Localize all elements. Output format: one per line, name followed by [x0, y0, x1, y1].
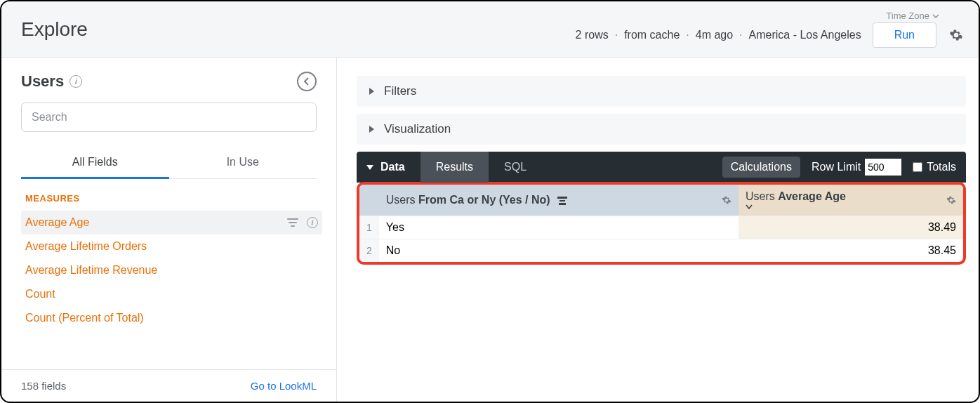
- svg-rect-1: [559, 200, 565, 202]
- totals-label: Totals: [927, 161, 956, 173]
- column-header-measure[interactable]: Users Average Age: [739, 185, 963, 216]
- row-limit-input[interactable]: [865, 159, 901, 176]
- cell-measure[interactable]: 38.45: [739, 239, 963, 263]
- page-title: Explore: [21, 18, 88, 41]
- calculations-button[interactable]: Calculations: [722, 157, 800, 178]
- status-cache: from cache: [624, 29, 680, 41]
- visualization-label: Visualization: [384, 122, 451, 136]
- row-limit: Row Limit: [812, 159, 901, 176]
- measure-label: Average Lifetime Orders: [25, 240, 147, 253]
- data-section: Data Results SQL Calculations Row Limit …: [357, 152, 966, 265]
- pivot-icon[interactable]: [557, 197, 567, 205]
- totals-checkbox[interactable]: [913, 162, 922, 172]
- sidebar-content: MEASURES Average Age i Average Lifetime …: [1, 179, 336, 369]
- topbar: Explore Time Zone 2 rows · from cache · …: [1, 1, 979, 58]
- table-row: 2 No 38.45: [359, 239, 963, 263]
- status-row: 2 rows · from cache · 4m ago · America -…: [576, 22, 965, 48]
- results-tab[interactable]: Results: [421, 152, 489, 183]
- rownum-header: [359, 185, 379, 216]
- measure-average-lifetime-revenue[interactable]: Average Lifetime Revenue: [21, 258, 322, 282]
- chevron-down-icon: [932, 13, 939, 20]
- timezone-label: Time Zone: [886, 11, 929, 21]
- col-label: From Ca or Ny (Yes / No): [418, 194, 550, 206]
- sidebar-title-text: Users: [21, 72, 64, 91]
- results-table: Users From Ca or Ny (Yes / No): [359, 185, 963, 262]
- svg-rect-0: [557, 197, 567, 199]
- measure-actions: i: [287, 217, 318, 228]
- topbar-right: Time Zone 2 rows · from cache · 4m ago ·…: [576, 1, 965, 58]
- dot-separator: ·: [615, 29, 618, 41]
- query-status: 2 rows · from cache · 4m ago · America -…: [576, 29, 861, 41]
- column-gear-icon[interactable]: [946, 195, 956, 205]
- measure-label: Average Lifetime Revenue: [25, 264, 157, 277]
- info-icon[interactable]: i: [69, 75, 82, 88]
- cell-dimension[interactable]: Yes: [379, 216, 739, 239]
- status-rows: 2 rows: [576, 29, 609, 41]
- caret-right-icon: [369, 88, 374, 95]
- col-label: Average Age: [778, 190, 846, 202]
- caret-down-icon: [366, 165, 373, 170]
- data-label: Data: [380, 161, 405, 173]
- results-table-highlight: Users From Ca or Ny (Yes / No): [357, 182, 966, 265]
- sidebar-tabs: All Fields In Use: [21, 147, 317, 179]
- filters-label: Filters: [384, 84, 416, 98]
- row-number: 1: [359, 216, 379, 239]
- sidebar-title: Users i: [21, 72, 82, 91]
- row-number: 2: [359, 239, 379, 263]
- dot-separator: ·: [739, 29, 742, 41]
- table-row: 1 Yes 38.49: [359, 216, 963, 239]
- tab-in-use[interactable]: In Use: [169, 147, 317, 178]
- measures-heading: MEASURES: [21, 189, 322, 211]
- data-bar: Data Results SQL Calculations Row Limit …: [357, 152, 966, 183]
- app-frame: Explore Time Zone 2 rows · from cache · …: [0, 0, 980, 403]
- col-prefix: Users: [746, 190, 778, 202]
- row-limit-label: Row Limit: [812, 161, 861, 173]
- filters-panel[interactable]: Filters: [357, 76, 966, 107]
- sql-tab[interactable]: SQL: [489, 152, 542, 183]
- caret-right-icon: [369, 126, 374, 133]
- go-to-lookml-link[interactable]: Go to LookML: [251, 380, 317, 392]
- measure-average-lifetime-orders[interactable]: Average Lifetime Orders: [21, 234, 322, 258]
- tab-all-fields[interactable]: All Fields: [21, 147, 169, 178]
- settings-button[interactable]: [948, 27, 965, 44]
- status-age: 4m ago: [696, 29, 733, 41]
- chevron-left-icon: [303, 77, 311, 86]
- gear-icon: [949, 28, 963, 42]
- cell-dimension[interactable]: No: [379, 239, 739, 263]
- status-tz: America - Los Angeles: [749, 29, 861, 41]
- dot-separator: ·: [686, 29, 689, 41]
- filter-icon[interactable]: [287, 218, 298, 227]
- info-icon[interactable]: i: [307, 217, 318, 228]
- totals-toggle: Totals: [913, 161, 956, 173]
- main: Filters Visualization Data Results SQL C…: [337, 58, 979, 402]
- run-button[interactable]: Run: [873, 22, 936, 48]
- column-gear-icon[interactable]: [722, 195, 731, 205]
- col-prefix: Users: [386, 194, 418, 206]
- sidebar-header: Users i All Fields In Use: [1, 58, 336, 179]
- collapse-sidebar-button[interactable]: [297, 72, 317, 91]
- measure-count[interactable]: Count: [21, 282, 322, 306]
- body: Users i All Fields In Use MEASURES Avera…: [1, 58, 979, 402]
- visualization-panel[interactable]: Visualization: [357, 114, 966, 145]
- timezone-selector[interactable]: Time Zone: [886, 11, 939, 21]
- sidebar-title-row: Users i: [21, 72, 317, 91]
- sidebar-footer: 158 fields Go to LookML: [1, 369, 336, 402]
- data-tab[interactable]: Data: [366, 161, 421, 173]
- column-header-dimension[interactable]: Users From Ca or Ny (Yes / No): [379, 185, 739, 216]
- field-count: 158 fields: [21, 380, 66, 392]
- search-input[interactable]: [21, 103, 317, 132]
- sidebar: Users i All Fields In Use MEASURES Avera…: [1, 58, 337, 402]
- measure-count-percent[interactable]: Count (Percent of Total): [21, 306, 322, 330]
- cell-measure[interactable]: 38.49: [739, 216, 963, 239]
- measure-label: Count (Percent of Total): [25, 312, 144, 324]
- measure-average-age[interactable]: Average Age i: [21, 211, 322, 234]
- measure-label: Average Age: [25, 216, 89, 229]
- measure-label: Count: [25, 288, 55, 300]
- svg-rect-2: [559, 203, 566, 205]
- sort-desc-icon[interactable]: [746, 203, 956, 210]
